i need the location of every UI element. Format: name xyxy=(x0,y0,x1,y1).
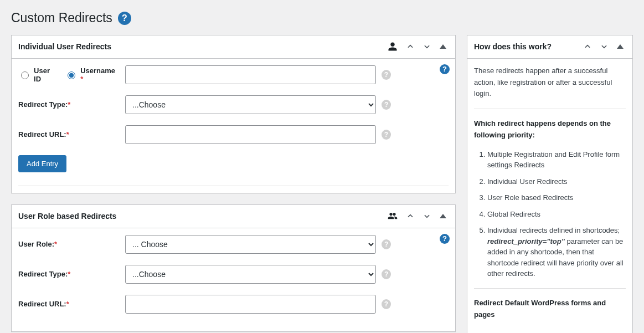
panel-help-icon[interactable]: ? xyxy=(440,234,450,244)
panel-header: Individual User Redirects xyxy=(12,35,455,59)
field-help-icon[interactable]: ? xyxy=(382,269,391,279)
list-item: Global Redirects xyxy=(487,209,626,220)
user-role-label: User Role:* xyxy=(18,240,121,248)
users-icon xyxy=(385,209,400,223)
panel-title: How does this work? xyxy=(474,42,552,51)
redirect-url-input[interactable] xyxy=(125,295,376,314)
username-input[interactable] xyxy=(125,65,376,84)
field-help-icon[interactable]: ? xyxy=(382,70,391,80)
field-help-icon[interactable]: ? xyxy=(382,100,391,110)
chevron-up-icon[interactable] xyxy=(581,40,594,53)
collapse-toggle-icon[interactable] xyxy=(437,212,449,221)
user-icon xyxy=(385,39,400,54)
redirect-type-select[interactable]: ...Choose xyxy=(125,265,376,284)
sidebar-intro: These redirects happen after a successfu… xyxy=(474,65,626,100)
redirect-url-input[interactable] xyxy=(125,125,376,144)
chevron-down-icon[interactable] xyxy=(421,40,433,53)
redirect-type-label: Redirect Type:* xyxy=(18,100,121,109)
chevron-down-icon[interactable] xyxy=(598,40,610,53)
user-role-select[interactable]: ... Choose xyxy=(125,235,376,254)
panel-individual-redirects: Individual User Redirects xyxy=(11,35,456,193)
chevron-up-icon[interactable] xyxy=(404,40,416,53)
redirect-url-label: Redirect URL:* xyxy=(18,130,121,139)
panel-help-icon[interactable]: ? xyxy=(440,64,450,74)
redirect-url-label: Redirect URL:* xyxy=(18,300,121,308)
panel-header: User Role based Redirects xyxy=(12,205,455,228)
list-item: Individual redirects defined in shortcod… xyxy=(487,225,626,279)
panel-help-sidebar: How does this work? These redirects happ… xyxy=(467,35,633,333)
page-title-text: Custom Redirects xyxy=(11,10,112,27)
help-icon[interactable]: ? xyxy=(118,12,131,25)
field-help-icon[interactable]: ? xyxy=(382,239,391,249)
radio-username-label: Username * xyxy=(80,66,115,83)
chevron-up-icon[interactable] xyxy=(404,210,416,222)
panel-role-redirects: User Role based Redirects xyxy=(11,204,456,332)
radio-user-id[interactable] xyxy=(21,71,29,80)
redirect-type-select[interactable]: ...Choose xyxy=(125,95,376,114)
collapse-toggle-icon[interactable] xyxy=(615,42,626,51)
page-title: Custom Redirects ? xyxy=(11,0,633,35)
radio-user-id-label: User ID xyxy=(34,66,56,83)
redirect-type-label: Redirect Type:* xyxy=(18,270,121,278)
list-item: User Role based Redirects xyxy=(487,192,626,203)
list-item: Individual User Redirects xyxy=(487,176,626,187)
radio-username[interactable] xyxy=(68,71,75,80)
add-entry-button[interactable]: Add Entry xyxy=(18,155,66,172)
panel-title: Individual User Redirects xyxy=(18,42,111,51)
sidebar-priority-lead: Which redirect happens depends on the fo… xyxy=(474,118,626,141)
field-help-icon[interactable]: ? xyxy=(382,299,391,309)
chevron-down-icon[interactable] xyxy=(421,210,433,222)
list-item: Multiple Registration and Edit Profile f… xyxy=(487,149,626,171)
collapse-toggle-icon[interactable] xyxy=(437,42,449,51)
panel-title: User Role based Redirects xyxy=(18,212,116,221)
panel-header: How does this work? xyxy=(467,35,632,59)
field-help-icon[interactable]: ? xyxy=(382,130,391,140)
priority-list: Multiple Registration and Edit Profile f… xyxy=(474,149,626,279)
sidebar-footer: Redirect Default WordPress forms and pag… xyxy=(474,298,626,321)
